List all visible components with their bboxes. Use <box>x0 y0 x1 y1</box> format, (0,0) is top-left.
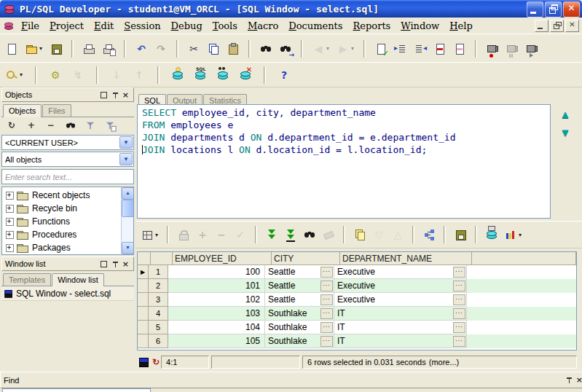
grid-cell-department-name[interactable]: IT... <box>334 334 467 348</box>
row-number[interactable]: 4 <box>149 307 168 321</box>
save-file-button[interactable] <box>49 41 63 57</box>
window-list-float-button[interactable] <box>101 261 107 267</box>
chart-results-dropdown-icon[interactable]: ▾ <box>519 232 522 238</box>
menu-tools[interactable]: Tools <box>208 19 243 33</box>
print-options-button[interactable] <box>101 41 116 57</box>
cell-editor-button[interactable]: ... <box>453 308 465 319</box>
row-number[interactable]: 5 <box>149 321 168 334</box>
grid-cell-employee-id[interactable]: 102 <box>168 293 265 307</box>
copy-results-button[interactable] <box>353 227 367 243</box>
column-header-city[interactable]: CITY <box>272 252 340 265</box>
window-list-close-button[interactable]: × <box>122 261 129 267</box>
print-button[interactable] <box>82 41 96 57</box>
restore-button[interactable] <box>545 1 562 17</box>
filter-user-objects-button[interactable] <box>103 117 117 133</box>
grid-cell-department-name[interactable]: Executive... <box>334 265 467 279</box>
cell-editor-button[interactable]: ... <box>321 308 333 319</box>
describe-db-button[interactable] <box>170 67 185 83</box>
sql-window-db-button[interactable] <box>193 67 208 83</box>
grid-cell-city[interactable]: Southlake... <box>265 307 334 321</box>
window-list-pin-button[interactable] <box>112 261 119 267</box>
grid-cell-city[interactable]: Seattle... <box>265 279 334 293</box>
grid-cell-employee-id[interactable]: 105 <box>168 334 265 348</box>
tree-item-recent-objects[interactable]: Recent objects <box>2 189 133 202</box>
cell-editor-button[interactable]: ... <box>453 281 465 291</box>
new-document-button[interactable] <box>4 41 19 57</box>
refresh-objects-button[interactable]: ↻ <box>4 117 19 133</box>
fetch-next-page-button[interactable] <box>264 227 279 243</box>
row-selector[interactable] <box>138 279 149 293</box>
row-selector[interactable] <box>138 334 149 348</box>
cell-editor-button[interactable]: ... <box>321 322 333 333</box>
object-type-selector[interactable]: All objects ▼ <box>1 152 134 167</box>
find-close-button[interactable]: × <box>576 377 582 383</box>
grid-cell-city[interactable]: Southlake... <box>265 321 334 334</box>
menu-project[interactable]: Project <box>44 19 89 33</box>
menu-help[interactable]: Help <box>444 19 478 33</box>
tab-templates[interactable]: Templates <box>3 273 51 286</box>
copy-button[interactable] <box>206 41 221 57</box>
grid-cell-employee-id[interactable]: 104 <box>168 321 265 334</box>
find-next-button[interactable] <box>278 41 293 57</box>
objects-pin-button[interactable] <box>112 92 119 98</box>
menu-debug[interactable]: Debug <box>166 19 208 33</box>
find-button[interactable] <box>259 41 273 57</box>
tab-files[interactable]: Files <box>42 104 71 117</box>
menu-reports[interactable]: Reports <box>348 19 396 33</box>
cell-editor-button[interactable]: ... <box>321 294 333 305</box>
tree-item-procedures[interactable]: Procedures <box>2 228 133 241</box>
tree-expander-icon[interactable] <box>6 231 14 239</box>
row-selector[interactable] <box>138 321 149 334</box>
scroll-down-icon[interactable]: ▼ <box>122 242 134 254</box>
find-pin-button[interactable] <box>566 377 573 383</box>
row-number[interactable]: 1 <box>149 265 168 279</box>
menu-file[interactable]: File <box>16 19 44 33</box>
grid-options-button[interactable]: ▾ <box>140 227 160 243</box>
row-number[interactable]: 6 <box>149 334 168 348</box>
row-number[interactable]: 2 <box>149 279 168 293</box>
find-input[interactable] <box>2 388 151 392</box>
row-selector[interactable]: ▶ <box>138 265 149 279</box>
grid-cell-employee-id[interactable]: 101 <box>168 279 265 293</box>
play-macro-button[interactable] <box>524 41 539 57</box>
document-icon[interactable] <box>4 20 14 31</box>
row-selector[interactable] <box>138 307 149 321</box>
tab-objects[interactable]: Objects <box>3 104 42 117</box>
unindent-button[interactable] <box>413 41 428 57</box>
menu-macro[interactable]: Macro <box>243 19 283 33</box>
grid-cell-city[interactable]: Seattle... <box>265 293 334 307</box>
mdi-minimize-button[interactable] <box>535 20 548 32</box>
chevron-down-icon[interactable]: ▼ <box>119 153 133 165</box>
window-list-item[interactable]: SQL Window - select.sql <box>1 286 134 301</box>
app-icon[interactable] <box>4 3 15 15</box>
single-record-view-button[interactable] <box>422 227 436 243</box>
find-object-button[interactable] <box>63 117 78 133</box>
expand-object-button[interactable]: + <box>24 117 39 133</box>
scrollbar-thumb[interactable] <box>122 200 134 217</box>
help-button[interactable]: ? <box>277 67 291 83</box>
grid-cell-employee-id[interactable]: 103 <box>168 307 265 321</box>
menu-session[interactable]: Session <box>119 19 165 33</box>
close-button[interactable]: ✕ <box>563 1 580 17</box>
chevron-down-icon[interactable]: ▼ <box>119 136 133 149</box>
report-results-button[interactable] <box>484 227 499 243</box>
grid-cell-department-name[interactable]: Executive... <box>334 293 467 307</box>
cell-editor-button[interactable]: ... <box>453 267 465 278</box>
log-on-button[interactable]: ▾ <box>4 67 24 83</box>
tree-item-recycle-bin[interactable]: Recycle bin <box>2 202 133 215</box>
row-number[interactable]: 3 <box>149 293 168 307</box>
paste-button[interactable] <box>226 41 240 57</box>
tree-expander-icon[interactable] <box>6 192 14 200</box>
column-header-department-name[interactable]: DEPARTMENT_NAME <box>340 252 472 265</box>
mdi-close-button[interactable]: ✕ <box>565 20 579 32</box>
cell-editor-button[interactable]: ... <box>453 322 465 333</box>
comment-button[interactable] <box>433 41 447 57</box>
uncomment-button[interactable] <box>452 41 467 57</box>
object-search-input[interactable] <box>2 170 133 184</box>
minimize-button[interactable] <box>527 1 543 17</box>
find-db-object-button[interactable] <box>216 67 230 83</box>
open-file-dropdown-icon[interactable]: ▾ <box>39 45 42 52</box>
menu-window[interactable]: Window <box>396 19 444 33</box>
log-on-dropdown-icon[interactable]: ▾ <box>20 71 23 78</box>
more-link[interactable]: (more...) <box>429 358 460 366</box>
